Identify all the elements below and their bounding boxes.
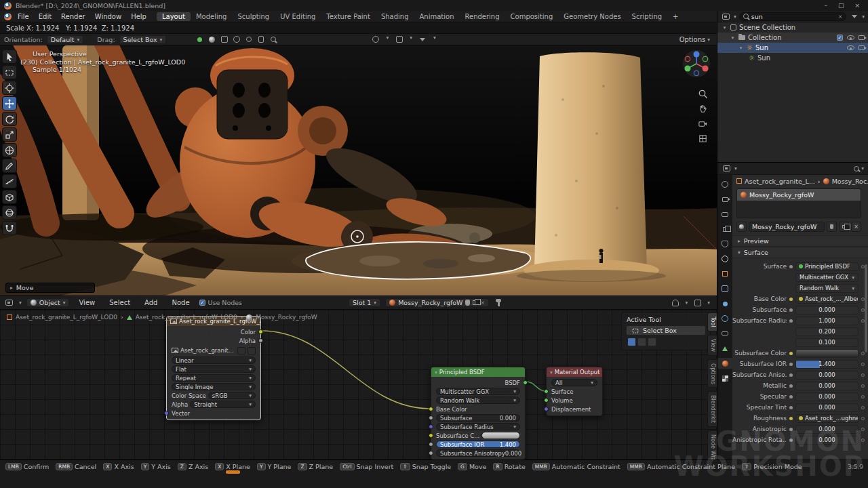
subsurface-color-swatch[interactable] — [795, 349, 859, 358]
menu-add[interactable]: Add — [140, 298, 162, 307]
zoom-icon[interactable] — [696, 87, 709, 100]
sidebar-tab-options[interactable]: Options — [707, 359, 717, 388]
image-name[interactable]: Aset_rock_granit... — [180, 347, 235, 354]
tab-view-layer[interactable] — [717, 224, 732, 235]
node-principled-bsdf[interactable]: ▾ Principled BSDF BSDF Multiscatter GGX▾… — [431, 367, 526, 460]
overlays-toggle-icon[interactable] — [692, 298, 703, 308]
xray-toggle-icon[interactable] — [219, 35, 229, 45]
add-workspace-button[interactable]: + — [667, 12, 684, 21]
fake-user-button[interactable] — [827, 222, 837, 232]
menu-render[interactable]: Render — [56, 12, 90, 21]
material-slot-list[interactable]: Mossy_Rocky_rgfoW — [736, 188, 861, 218]
subsurface-ior-slider[interactable]: 1.400 — [795, 360, 859, 369]
show-overlays-dropdown[interactable] — [394, 35, 404, 45]
viewport-canvas[interactable] — [0, 45, 717, 296]
filter-dropdown[interactable] — [418, 35, 428, 45]
node-material-output[interactable]: ▾ Material Output All▾ Surface Volume Di… — [546, 367, 603, 416]
drag-mode-dropdown[interactable]: Select Box ▾ — [119, 35, 167, 44]
sidebar-tab-view[interactable]: View — [707, 335, 717, 356]
subsurface-anisotropy-field[interactable]: 0.000 — [795, 371, 859, 380]
tool-measure[interactable] — [2, 174, 17, 188]
filter-icon[interactable] — [849, 12, 859, 22]
expand-icon[interactable]: ▾ — [738, 45, 744, 51]
selection-outline[interactable] — [306, 242, 530, 279]
workspace-tab-layout[interactable]: Layout — [157, 12, 191, 21]
subsurface-value-field[interactable]: 0.000 — [795, 306, 859, 314]
workspace-tab-shading[interactable]: Shading — [376, 12, 414, 21]
menu-help[interactable]: Help — [126, 12, 151, 21]
annotation-icon[interactable] — [256, 35, 266, 45]
socket-bsdf-output[interactable] — [523, 380, 528, 385]
options-menu[interactable]: Options — [679, 36, 706, 43]
source-dropdown[interactable]: Single Image▾ — [172, 383, 256, 390]
outliner-row-sun-data[interactable]: ☼ Sun — [717, 53, 868, 63]
sidebar-tab-tool[interactable]: Tool — [707, 312, 717, 331]
breadcrumb-material[interactable]: Mossy_Roc... — [832, 178, 868, 185]
radius-x-field[interactable]: 1.000 — [795, 317, 859, 325]
hide-eye-icon[interactable] — [847, 35, 854, 40]
subsurface-radius-field[interactable]: Subsurface Radius▾ — [436, 423, 520, 430]
metallic-field[interactable]: 0.000 — [795, 382, 859, 390]
browse-material-button[interactable] — [736, 222, 747, 232]
decorator-dot[interactable] — [861, 417, 865, 420]
socket-subsurface-anisotropy-input[interactable] — [429, 451, 433, 455]
tool-add-cube[interactable] — [2, 190, 17, 204]
outliner-row-sun-object[interactable]: ▾ ☼ Sun — [717, 43, 868, 53]
shading-solid-icon[interactable] — [207, 35, 217, 45]
workspace-tab-sculpting[interactable]: Sculpting — [232, 12, 275, 21]
tool-select-box[interactable] — [2, 65, 17, 79]
menu-file[interactable]: File — [13, 12, 34, 21]
select-mode-subtract-icon[interactable] — [648, 338, 656, 346]
shading-material-icon[interactable] — [195, 35, 205, 45]
navigation-gizmo[interactable] — [682, 49, 711, 79]
tool-scale[interactable] — [2, 127, 17, 142]
unlink-material-button[interactable]: × — [851, 222, 861, 232]
workspace-tab-rendering[interactable]: Rendering — [459, 12, 505, 21]
projection-dropdown[interactable]: Flat▾ — [172, 365, 256, 373]
blender-menu-icon[interactable] — [3, 12, 13, 22]
orientation-dropdown[interactable]: Default ▾ — [47, 35, 83, 44]
tool-snap-magnet[interactable] — [2, 221, 17, 235]
menu-node[interactable]: Node — [167, 298, 194, 307]
snapping-magnet-icon[interactable] — [670, 298, 680, 308]
editor-type-icon[interactable] — [4, 298, 14, 308]
decorator-dot[interactable] — [861, 395, 865, 399]
snap-toggle-icon[interactable] — [231, 35, 241, 45]
shader-type-dropdown[interactable]: Object ▾ — [26, 298, 70, 307]
expand-icon[interactable]: ▾ — [722, 25, 728, 30]
workspace-tab-animation[interactable]: Animation — [414, 12, 460, 21]
tab-constraints[interactable] — [717, 328, 732, 339]
subsurface-anisotropy-slider[interactable]: Subsurface Anisotropy0.000 — [436, 449, 520, 457]
breadcrumb-object[interactable]: Aset_rock_granite_L... — [745, 178, 815, 185]
show-gizmo-dropdown[interactable] — [370, 35, 380, 45]
tool-transform[interactable] — [2, 143, 17, 157]
outliner-row-scene-collection[interactable]: ▾ Scene Collection — [717, 22, 868, 33]
subsurface-color-swatch[interactable] — [481, 432, 520, 439]
alpha-mode-dropdown[interactable]: Straight▾ — [190, 401, 256, 408]
workspace-tab-texture-paint[interactable]: Texture Paint — [321, 12, 376, 21]
tool-tweak-select[interactable] — [2, 49, 17, 64]
material-slot-dropdown[interactable]: Slot 1 ▾ — [349, 298, 380, 307]
tool-cursor[interactable] — [2, 81, 17, 95]
fake-user-icon[interactable] — [465, 300, 470, 306]
socket-subsurface-radius-input[interactable] — [429, 424, 433, 429]
base-color-field[interactable]: Aset_rock_..._Albedo.jpg — [795, 295, 859, 304]
select-mode-extend-icon[interactable] — [637, 338, 646, 346]
subsurface-ior-slider[interactable]: Subsurface IOR1.400 — [436, 441, 520, 448]
scrollbar[interactable] — [865, 264, 867, 352]
surface-shader-field[interactable]: Principled BSDF — [795, 262, 859, 271]
active-tool-item[interactable]: Select Box — [626, 325, 706, 336]
disable-render-icon[interactable] — [859, 45, 865, 50]
anisotropic-field[interactable]: 0.000 — [795, 425, 859, 434]
editor-type-icon[interactable] — [722, 163, 732, 174]
distant-figure[interactable] — [599, 249, 604, 263]
decorator-dot[interactable] — [861, 439, 865, 442]
decorator-dot[interactable] — [861, 373, 865, 377]
proportional-edit-icon[interactable] — [243, 35, 254, 45]
socket-surface-input[interactable] — [544, 389, 549, 394]
roughness-field[interactable]: Aset_rock_...ughness.jpg — [795, 414, 859, 423]
menu-window[interactable]: Window — [90, 12, 126, 21]
socket-alpha-output[interactable] — [258, 338, 263, 343]
socket-subsurface-input[interactable] — [429, 415, 433, 420]
tool-move[interactable] — [2, 96, 17, 110]
